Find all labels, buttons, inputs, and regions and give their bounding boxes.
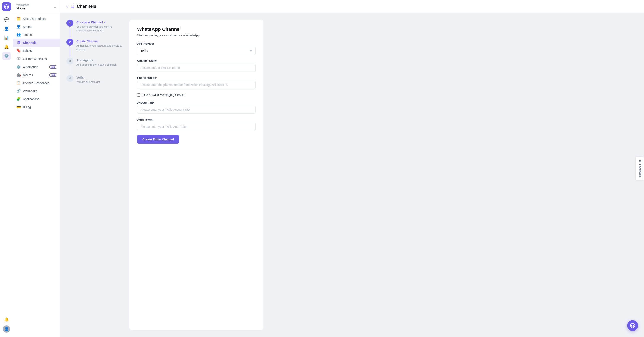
- api-provider-select[interactable]: Twilio360DialogWhatsApp Cloud: [137, 46, 256, 55]
- step-1: 1 Choose a Channel✓ Select the provider …: [66, 20, 122, 38]
- step-4: 4 Voila! You are all set to go!: [66, 75, 122, 90]
- sidebar-item-label: Applications: [23, 97, 57, 101]
- svg-point-5: [633, 325, 634, 326]
- step-title: Voila!: [76, 76, 100, 79]
- phone-number-group: Phone number: [137, 76, 256, 89]
- canned-responses-icon: 📋: [16, 81, 21, 85]
- sidebar-item-label: Channels: [23, 41, 57, 44]
- webhooks-icon: 🔗: [16, 89, 21, 93]
- sidebar-item-label: Labels: [23, 49, 57, 52]
- twilio-messaging-label: Use a Twilio Messaging Service: [143, 93, 185, 97]
- account-sid-input[interactable]: [137, 106, 256, 114]
- account-settings-icon: 🗂️: [16, 16, 21, 21]
- rail-conversations-icon[interactable]: 💬: [2, 16, 10, 24]
- phone-number-input[interactable]: [137, 81, 256, 89]
- sidebar-item-canned-responses[interactable]: 📋 Canned Responses: [13, 79, 60, 87]
- sidebar-item-webhooks[interactable]: 🔗 Webhooks: [13, 87, 60, 95]
- sidebar-item-label: Macros: [23, 73, 47, 77]
- sidebar-item-label: Account Settings: [23, 17, 57, 20]
- page-title: Channels: [77, 4, 96, 9]
- main-header: ‹ ⊟ Channels: [60, 0, 644, 13]
- user-avatar[interactable]: 👤: [3, 325, 10, 333]
- step-3: 3 Add Agents Add agents to the created c…: [66, 58, 122, 75]
- form-panel: WhatsApp Channel Start supporting your c…: [130, 20, 263, 330]
- sidebar-item-label: Canned Responses: [23, 81, 57, 85]
- twilio-messaging-checkbox[interactable]: [137, 94, 140, 97]
- step-connector: [70, 65, 70, 74]
- workspace-label: Workspace: [16, 4, 29, 6]
- sidebar-item-automation[interactable]: ⚙️ Automation Beta: [13, 63, 60, 71]
- feedback-icon: ✉: [638, 160, 642, 162]
- auth-token-label: Auth Token: [137, 118, 256, 121]
- workspace-chevron-icon[interactable]: ⌄: [54, 4, 57, 9]
- api-provider-group: API Provider Twilio360DialogWhatsApp Clo…: [137, 42, 256, 55]
- feedback-tab[interactable]: ✉ Feedback: [636, 157, 644, 180]
- auth-token-group: Auth Token: [137, 118, 256, 131]
- main-body: 1 Choose a Channel✓ Select the provider …: [60, 13, 644, 337]
- sidebar-item-macros[interactable]: 🤖 Macros Beta: [13, 71, 60, 79]
- svg-point-2: [7, 6, 8, 7]
- main-content: ‹ ⊟ Channels 1 Choose a Channel✓ Select …: [60, 0, 644, 337]
- teams-icon: 👥: [16, 32, 21, 37]
- steps-panel: 1 Choose a Channel✓ Select the provider …: [66, 20, 122, 330]
- back-button[interactable]: ‹: [66, 4, 68, 9]
- rail-bell-icon[interactable]: 🔔: [2, 316, 10, 324]
- account-sid-group: Account SID: [137, 101, 256, 114]
- billing-icon: 💳: [16, 105, 21, 109]
- step-left: 1: [66, 20, 74, 38]
- account-sid-label: Account SID: [137, 101, 256, 104]
- automation-icon: ⚙️: [16, 65, 21, 69]
- sidebar-item-applications[interactable]: 🧩 Applications: [13, 95, 60, 103]
- sidebar-item-label: Custom Attributes: [23, 57, 57, 61]
- custom-attributes-icon: ⓘ: [16, 56, 21, 61]
- step-left: 3: [66, 58, 74, 75]
- api-provider-label: API Provider: [137, 42, 256, 45]
- svg-point-4: [631, 325, 632, 326]
- step-description: Select the provider you want to integrat…: [76, 25, 122, 32]
- sidebar-item-teams[interactable]: 👥 Teams: [13, 31, 60, 38]
- float-bot-button[interactable]: [627, 320, 638, 331]
- step-description: Add agents to the created channel.: [76, 63, 116, 67]
- create-twilio-channel-button[interactable]: Create Twilio Channel: [137, 135, 179, 144]
- sidebar-item-label: Webhooks: [23, 89, 57, 93]
- channel-name-group: Channel Name: [137, 59, 256, 72]
- step-circle: 3: [66, 58, 74, 64]
- step-circle: 4: [66, 75, 74, 82]
- rail-notifications-icon[interactable]: 🔔: [2, 43, 10, 51]
- step-circle: 2: [66, 38, 74, 46]
- form-heading: WhatsApp Channel: [137, 26, 256, 32]
- sidebar-header: Workspace Hoory ⌄: [13, 0, 60, 13]
- sidebar-item-labels[interactable]: 🔖 Labels: [13, 46, 60, 54]
- channel-name-input[interactable]: [137, 64, 256, 72]
- channels-header-icon: ⊟: [70, 4, 74, 9]
- step-title: Choose a Channel✓: [76, 20, 122, 24]
- sidebar-item-billing[interactable]: 💳 Billing: [13, 103, 60, 111]
- step-description: You are all set to go!: [76, 80, 100, 84]
- form-subheading: Start supporting your customers via What…: [137, 34, 256, 37]
- step-connector: [70, 46, 70, 57]
- icon-rail: 💬 👤 📊 🔔 ⚙️ 🔔 👤: [0, 0, 13, 337]
- feedback-label: Feedback: [638, 164, 642, 177]
- auth-token-input[interactable]: [137, 122, 256, 131]
- sidebar-item-label: Agents: [23, 25, 57, 28]
- svg-point-1: [5, 6, 6, 7]
- step-title: Create Channel: [76, 40, 122, 43]
- rail-settings-icon[interactable]: ⚙️: [2, 52, 10, 60]
- step-left: 4: [66, 75, 74, 90]
- sidebar-item-channels[interactable]: ⊟ Channels: [13, 38, 60, 46]
- app-logo[interactable]: [2, 2, 11, 11]
- sidebar-item-label: Automation: [23, 65, 47, 69]
- sidebar-item-account-settings[interactable]: 🗂️ Account Settings: [13, 15, 60, 23]
- channel-name-label: Channel Name: [137, 59, 256, 62]
- step-2: 2 Create Channel Authenticate your accou…: [66, 38, 122, 58]
- sidebar-item-label: Billing: [23, 105, 57, 109]
- step-content: Voila! You are all set to go!: [76, 75, 100, 90]
- sidebar-item-custom-attributes[interactable]: ⓘ Custom Attributes: [13, 54, 60, 63]
- step-circle: 1: [66, 20, 74, 26]
- rail-reports-icon[interactable]: 📊: [2, 34, 10, 42]
- step-description: Authenticate your account and create a c…: [76, 44, 122, 52]
- rail-contacts-icon[interactable]: 👤: [2, 24, 10, 33]
- macros-icon: 🤖: [16, 73, 21, 77]
- sidebar-item-agents[interactable]: 👤 Agents: [13, 23, 60, 31]
- sidebar: Workspace Hoory ⌄ 🗂️ Account Settings 👤 …: [13, 0, 60, 337]
